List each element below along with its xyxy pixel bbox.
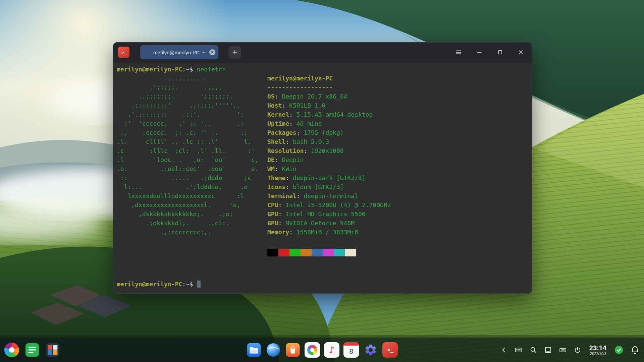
keyboard-icon — [515, 346, 523, 354]
music-note-glyph: ♪ — [329, 345, 334, 354]
launcher-icon[interactable] — [4, 342, 19, 358]
dock-left-group — [4, 342, 60, 358]
info-separator: : — [304, 147, 311, 154]
neofetch-info-block: merilyn@merilyn-PC ------------------ OS… — [267, 74, 391, 261]
palette-swatch — [323, 249, 334, 256]
neofetch-underline: ------------------ — [267, 83, 391, 92]
notifications-button[interactable] — [630, 345, 640, 355]
info-value: Intel i5-5200U (4) @ 2.700GHz — [285, 201, 391, 208]
clock[interactable]: 23:14 2022/10/8 — [589, 344, 606, 356]
music-tile: ♪ — [324, 342, 339, 358]
neofetch-info-row: Icons: bloom [GTK2/3] — [267, 182, 391, 191]
info-separator: : — [275, 93, 282, 100]
close-button[interactable] — [517, 48, 525, 56]
info-separator: : — [275, 156, 282, 163]
neofetch-info-row: GPU: Intel HD Graphics 5500 — [267, 209, 391, 219]
app-store-bag-glyph — [285, 342, 301, 358]
info-label: Kernel — [267, 111, 289, 118]
multitasking-view-icon[interactable] — [45, 342, 60, 358]
info-label: Terminal — [267, 192, 297, 199]
music-icon[interactable]: ♪ — [324, 342, 339, 358]
info-separator: : — [285, 183, 293, 190]
control-center-icon[interactable] — [363, 342, 378, 358]
minimize-button[interactable] — [475, 48, 483, 56]
file-manager-icon[interactable] — [246, 342, 262, 358]
calendar-day: 8 — [343, 346, 359, 357]
calendar-month-band — [343, 342, 359, 346]
info-value: Deepin 20.7 x86_64 — [282, 93, 347, 100]
neofetch-info-row: Uptime: 46 mins — [267, 119, 391, 128]
prompt-user: merilyn@merilyn-PC — [117, 281, 182, 288]
neofetch-info-row: Shell: bash 5.0.3 — [267, 137, 391, 146]
screen-capture-button[interactable] — [544, 346, 552, 354]
browser-icon[interactable] — [266, 342, 281, 358]
shutdown-button[interactable] — [573, 346, 582, 354]
info-label: Theme — [267, 174, 285, 181]
tray-collapse-button[interactable] — [499, 346, 508, 354]
prompt-user: merilyn@merilyn-PC — [117, 66, 182, 73]
command-text: neofetch — [197, 66, 226, 73]
terminal-glyph: >_ — [382, 342, 398, 358]
palette-swatch — [267, 249, 278, 256]
terminal-content[interactable]: merilyn@merilyn-PC:~$neofetch ..........… — [113, 62, 532, 294]
terminal-cursor — [197, 281, 201, 288]
menu-button[interactable] — [454, 48, 463, 56]
notification-bell-icon — [630, 345, 640, 355]
info-value: NVIDIA GeForce 940M — [285, 220, 355, 227]
terminal-app-icon: >_ — [118, 47, 129, 58]
deepin-pinwheel-logo — [4, 343, 19, 357]
info-value: bloom [GTK2/3] — [293, 183, 344, 190]
photos-icon[interactable] — [305, 342, 320, 358]
info-separator: : — [275, 165, 282, 172]
maximize-icon — [497, 49, 503, 56]
info-value: Intel HD Graphics 5500 — [285, 210, 365, 218]
info-label: Icons — [267, 183, 285, 190]
info-label: Memory — [267, 229, 289, 236]
info-separator: : — [297, 192, 304, 199]
info-separator: : — [285, 138, 293, 145]
keyboard-layout-button[interactable] — [558, 346, 567, 354]
neofetch-info-row: Packages: 1795 (dpkg) — [267, 128, 391, 137]
neofetch-info-row: CPU: Intel i5-5200U (4) @ 2.700GHz — [267, 200, 391, 209]
clock-time: 23:14 — [589, 344, 606, 352]
search-button[interactable] — [529, 346, 538, 354]
neofetch-info-row: Theme: deepin-dark [GTK2/3] — [267, 173, 391, 182]
hamburger-menu-icon — [455, 49, 462, 56]
neofetch-info-row: OS: Deepin 20.7 x86_64 — [267, 92, 391, 101]
info-separator: : — [285, 174, 293, 181]
info-separator: : — [297, 129, 304, 136]
info-label: DE — [267, 156, 275, 163]
info-value: 644x362 — [311, 147, 344, 154]
onscreen-keyboard-button[interactable] — [514, 346, 523, 354]
info-label: CPU — [267, 201, 278, 208]
close-icon — [518, 49, 524, 56]
neofetch-info-row: Host: K501LB 1.0 — [267, 101, 391, 110]
tab-title: merilyn@merilyn-PC: ~ — [153, 50, 205, 55]
info-value: Deepin — [282, 156, 304, 163]
window-list-icon[interactable] — [24, 342, 40, 358]
minimize-icon — [476, 49, 483, 56]
palette-swatch — [312, 249, 323, 256]
new-tab-button[interactable]: + — [228, 46, 241, 59]
info-separator: : — [289, 229, 297, 236]
terminal-color-palette — [267, 249, 391, 261]
info-value: 46 mins — [297, 120, 322, 127]
app-store-icon[interactable] — [285, 342, 301, 358]
info-value: deepin-dark [GTK2/3] — [293, 174, 366, 181]
terminal-titlebar[interactable]: >_ merilyn@merilyn-PC: ~ × + — [113, 43, 532, 62]
terminal-dock-icon[interactable]: >_ — [382, 342, 398, 358]
neofetch-info-row: WM: KWin — [267, 164, 391, 173]
info-separator: : — [278, 210, 286, 218]
system-monitor-button[interactable] — [614, 345, 624, 355]
info-value: KWin — [282, 165, 296, 172]
info-value: 5.15.45-amd64-desktop — [297, 111, 373, 118]
tab-close-button[interactable]: × — [209, 49, 215, 55]
gear-icon — [363, 342, 378, 358]
calendar-icon[interactable]: 8 — [343, 342, 359, 358]
terminal-tab[interactable]: merilyn@merilyn-PC: ~ × — [140, 45, 218, 59]
power-icon — [574, 346, 582, 354]
info-label: Host — [267, 102, 282, 109]
neofetch-info-row: GPU: NVIDIA GeForce 940M — [267, 219, 391, 228]
neofetch-info-list: OS: Deepin 20.7 x86_64Host: K501LB 1.0Ke… — [267, 92, 391, 237]
maximize-button[interactable] — [496, 48, 504, 56]
